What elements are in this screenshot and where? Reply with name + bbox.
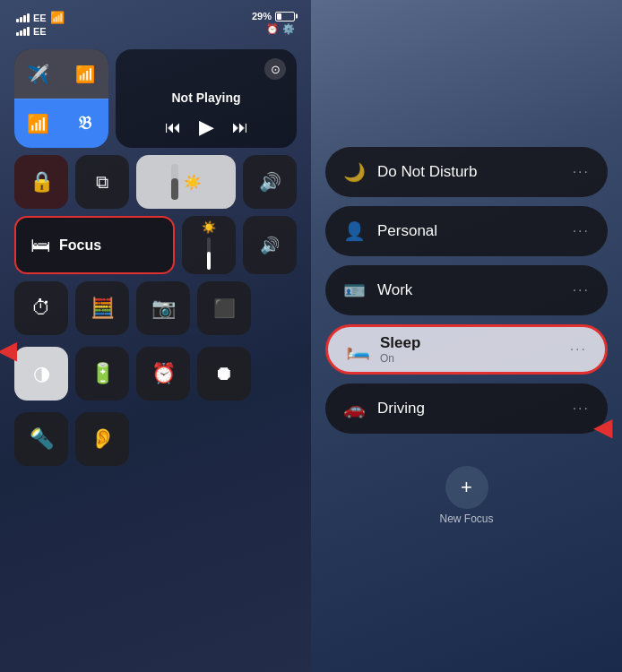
control-center-grid: ✈️ 📶 📶 𝔅 ⊙ Not Play bbox=[0, 40, 311, 479]
hearing-button[interactable]: 👂 bbox=[75, 412, 129, 466]
bar6 bbox=[20, 30, 22, 36]
prev-button[interactable]: ⏮ bbox=[165, 118, 181, 137]
next-button[interactable]: ⏭ bbox=[232, 118, 248, 137]
focus-button[interactable]: 🛏 Focus bbox=[14, 216, 175, 274]
bluetooth-icon: 𝔅 bbox=[78, 113, 91, 134]
left-panel: EE 📶 EE 29% ⏰ ⚙️ bbox=[0, 0, 311, 672]
battery-pct: 29% bbox=[252, 11, 272, 22]
media-top: ⊙ bbox=[126, 58, 286, 80]
battery-widget-icon: 🔋 bbox=[91, 362, 115, 385]
airplay-button[interactable]: ⊙ bbox=[264, 58, 286, 80]
signal-bars-2 bbox=[16, 27, 30, 36]
volume-button[interactable]: 🔊 bbox=[243, 155, 297, 209]
alarm-button[interactable]: ⏰ bbox=[136, 347, 190, 401]
torch-icon: 🔦 bbox=[30, 427, 54, 451]
do-not-disturb-dots[interactable]: ··· bbox=[573, 164, 590, 180]
screen-lock-button[interactable]: 🔒 bbox=[14, 155, 68, 209]
right-panel: 🌙 Do Not Disturb ··· 👤 Personal ··· 🪪 Wo… bbox=[311, 0, 622, 672]
status-row-2: EE bbox=[16, 26, 65, 37]
calculator-icon: 🧮 bbox=[91, 297, 115, 320]
carrier2-label: EE bbox=[33, 26, 47, 37]
timer-button[interactable]: ⏱ bbox=[14, 281, 68, 335]
personal-icon: 👤 bbox=[343, 220, 365, 242]
bar4 bbox=[27, 13, 30, 22]
volume-block[interactable]: 🔊 bbox=[243, 216, 297, 274]
battery-icon bbox=[275, 12, 295, 22]
mirror-icon: ⧉ bbox=[96, 172, 108, 193]
do-not-disturb-option[interactable]: 🌙 Do Not Disturb ··· bbox=[325, 147, 608, 197]
bar7 bbox=[23, 29, 26, 36]
row5: ◑ 🔋 ⏰ ⏺ bbox=[14, 347, 297, 405]
media-block[interactable]: ⊙ Not Playing ⏮ ▶ ⏭ bbox=[116, 49, 297, 148]
brightness-block[interactable]: ☀️ bbox=[182, 216, 236, 274]
do-not-disturb-label: Do Not Disturb bbox=[377, 163, 560, 181]
work-icon: 🪪 bbox=[343, 280, 365, 301]
play-button[interactable]: ▶ bbox=[199, 116, 214, 139]
calculator-button[interactable]: 🧮 bbox=[75, 281, 129, 335]
volume-icon: 🔊 bbox=[259, 171, 281, 193]
left-arrow-indicator: ◀ bbox=[0, 337, 16, 365]
carrier1-label: EE bbox=[33, 13, 47, 23]
record-icon: ⏺ bbox=[214, 362, 234, 385]
connectivity-block[interactable]: ✈️ 📶 📶 𝔅 bbox=[14, 49, 108, 148]
alarm-status-icon: ⏰ bbox=[266, 23, 279, 35]
sleep-icon: 🛏️ bbox=[346, 338, 367, 361]
new-focus-plus-icon: + bbox=[461, 476, 472, 499]
personal-option[interactable]: 👤 Personal ··· bbox=[325, 206, 608, 256]
mirror-button[interactable]: ⧉ bbox=[75, 155, 129, 209]
status-row-1: EE 📶 bbox=[16, 11, 65, 24]
personal-dots[interactable]: ··· bbox=[573, 223, 590, 239]
camera-button[interactable]: 📷 bbox=[136, 281, 190, 335]
work-dots[interactable]: ··· bbox=[573, 282, 590, 298]
sleep-dots[interactable]: ··· bbox=[570, 341, 587, 358]
brightness-fill bbox=[207, 252, 211, 270]
bar8 bbox=[27, 27, 30, 36]
airplane-mode-button[interactable]: ✈️ bbox=[14, 49, 62, 99]
status-bar: EE 📶 EE 29% ⏰ ⚙️ bbox=[0, 0, 311, 40]
sleep-label: Sleep bbox=[380, 334, 557, 352]
status-left: EE 📶 EE bbox=[16, 11, 65, 37]
new-focus-button[interactable]: + bbox=[445, 466, 488, 509]
focus-icon: 🛏 bbox=[30, 234, 50, 257]
brightness-icon: ☀️ bbox=[184, 174, 202, 191]
signal-bars-1 bbox=[16, 13, 30, 22]
driving-icon: 🚗 bbox=[343, 398, 365, 419]
new-focus-label: New Focus bbox=[439, 513, 493, 525]
driving-label: Driving bbox=[377, 400, 560, 418]
screen-lock-icon: 🔒 bbox=[30, 170, 54, 194]
row1: ✈️ 📶 📶 𝔅 ⊙ Not Play bbox=[14, 49, 297, 148]
hearing-icon: 👂 bbox=[91, 427, 115, 451]
dark-mode-button[interactable]: ◑ bbox=[14, 347, 68, 401]
brightness-small-icon: ☀️ bbox=[202, 220, 216, 234]
sleep-option[interactable]: 🛏️ Sleep On ··· bbox=[325, 324, 608, 375]
battery-row: 29% bbox=[252, 11, 295, 22]
volume-small-icon: 🔊 bbox=[260, 236, 280, 255]
row2: 🔒 ⧉ ☀️ 🔊 bbox=[14, 155, 297, 209]
wifi-icon: 📶 bbox=[50, 11, 65, 24]
qr-button[interactable]: ⬛ bbox=[197, 281, 251, 335]
wifi-btn-icon: 📶 bbox=[27, 113, 49, 134]
bar5 bbox=[16, 32, 19, 36]
brightness-slider[interactable]: ☀️ bbox=[136, 155, 236, 209]
record-button[interactable]: ⏺ bbox=[197, 347, 251, 401]
cellular-icon: 📶 bbox=[75, 65, 95, 84]
wifi-button[interactable]: 📶 bbox=[14, 99, 62, 148]
focus-label: Focus bbox=[59, 237, 101, 254]
airplay-icon: ⊙ bbox=[271, 63, 281, 76]
driving-dots[interactable]: ··· bbox=[573, 401, 590, 417]
airplane-icon: ✈️ bbox=[27, 64, 49, 85]
battery-widget-button[interactable]: 🔋 bbox=[75, 347, 129, 401]
bluetooth-button[interactable]: 𝔅 bbox=[62, 99, 109, 148]
row4: ⏱ 🧮 📷 ⬛ bbox=[14, 281, 297, 340]
torch-button[interactable]: 🔦 bbox=[14, 412, 68, 466]
qr-icon: ⬛ bbox=[213, 297, 236, 319]
brightness-track bbox=[207, 237, 211, 270]
personal-label: Personal bbox=[377, 222, 560, 240]
camera-icon: 📷 bbox=[151, 297, 176, 320]
work-option[interactable]: 🪪 Work ··· bbox=[325, 265, 608, 315]
sleep-text-block: Sleep On bbox=[380, 334, 557, 365]
cellular-button[interactable]: 📶 bbox=[62, 49, 109, 99]
settings-status-icon: ⚙️ bbox=[282, 23, 295, 35]
work-label: Work bbox=[377, 281, 560, 299]
driving-option[interactable]: 🚗 Driving ··· bbox=[325, 383, 608, 434]
